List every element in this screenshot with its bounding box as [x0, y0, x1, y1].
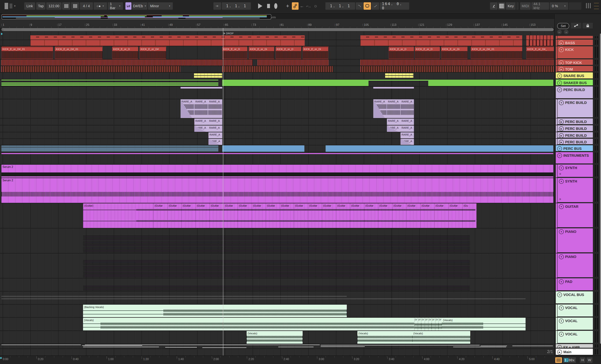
clip-tom[interactable] [1, 66, 180, 72]
midi-map-button[interactable]: MIDI [520, 2, 531, 10]
track-header-bass[interactable]: ▶BASS [558, 40, 593, 45]
clip-guitar[interactable]: (Guitar [238, 203, 252, 228]
clip-serum-ticks[interactable]: Serum 2 [1, 178, 553, 203]
audio-clip[interactable]: (Vocals) [442, 318, 526, 330]
tap-tempo-button[interactable]: Tap [36, 2, 45, 10]
clip-fx-note[interactable] [83, 347, 159, 347]
audio-clip[interactable]: (Vocals) [247, 331, 303, 344]
clip-fx-note[interactable] [321, 346, 365, 347]
clip-gray-band[interactable] [1, 298, 526, 299]
loop-toggle[interactable] [364, 2, 371, 10]
track-header-top-kick[interactable]: ▶TOP KICK [558, 59, 593, 65]
draw-mode-button[interactable]: ○ [312, 2, 319, 10]
width-zoom-button[interactable]: W [587, 357, 592, 363]
audio-clip[interactable] [258, 60, 329, 66]
audio-clip[interactable]: (Vocals) [412, 331, 470, 344]
track-header-piano[interactable]: ▼PIANO [558, 253, 593, 277]
audio-clip[interactable]: RARE_A [373, 99, 387, 118]
clip-gray-band[interactable] [1, 296, 347, 297]
groove-amount-menu[interactable]: ○●▼ [94, 2, 107, 10]
audio-clip[interactable]: KICK_E_or_Di [303, 46, 328, 59]
track-header-vocal[interactable]: ▼VOCAL [558, 304, 593, 316]
audio-clip[interactable]: KICK_E_or_D [112, 46, 138, 59]
track-lane-top-kick[interactable] [0, 60, 554, 66]
arrangement-view-toggle[interactable] [593, 2, 600, 10]
clip-blue-partial[interactable] [1, 145, 218, 152]
audio-clip[interactable]: (Backing Vocals) [83, 305, 347, 317]
track-header-vocal[interactable]: ▼VOCAL [558, 331, 593, 343]
track-lane-vocal-2[interactable]: (Vocals)(V(V(V(V(V(V(V(V(Vocals) [0, 318, 554, 331]
track-lane-vocal-1[interactable]: (Backing Vocals) [0, 305, 554, 318]
clip-blue-full[interactable] [222, 145, 304, 152]
playback-rate-field[interactable]: 1.00x [563, 357, 576, 363]
chevron-down-icon[interactable]: ▼ [559, 332, 564, 337]
clip-shaker-thin[interactable] [369, 80, 428, 81]
audio-engine-toggle[interactable] [555, 357, 562, 363]
clip-guitar[interactable]: (Guitar [378, 203, 392, 228]
track-header-piano[interactable]: ▼PIANO [558, 228, 593, 252]
clip-fx-note[interactable] [453, 347, 506, 347]
track-lane-perc-bus[interactable] [0, 145, 554, 152]
forward-arrow-button[interactable]: → [564, 30, 569, 34]
clip-guitar[interactable]: (Guitar [308, 203, 322, 228]
audio-clip[interactable]: KICK_E_or_D#_01 [55, 46, 102, 59]
track-header-perc-build[interactable]: ▶PERC BUILD [558, 132, 593, 138]
back-to-arrangement-button[interactable]: ← [299, 2, 305, 10]
chevron-down-icon[interactable]: ▼ [559, 47, 564, 52]
follow-button[interactable] [213, 2, 221, 10]
clip-vocal-tiny[interactable]: (V [421, 318, 425, 330]
group-icon[interactable]: ≡ [557, 73, 562, 78]
clip-shaker-full[interactable] [222, 80, 369, 86]
track-header-main[interactable]: ▶Main [556, 349, 593, 355]
track-header-vocal[interactable]: ▼VOCAL [558, 318, 593, 330]
clip-rare[interactable]: RARE_A [401, 139, 414, 145]
play-icon[interactable]: ▶ [559, 67, 564, 71]
height-zoom-button[interactable]: H [580, 357, 585, 363]
track-header-perc-build[interactable]: ▶PERC BUILD [558, 139, 593, 144]
chevron-down-icon[interactable]: ▼ [559, 305, 564, 310]
clip-tom[interactable] [361, 66, 554, 72]
audio-clip[interactable]: KICK_E_or_D [276, 46, 301, 59]
audio-clip[interactable] [361, 60, 554, 66]
audio-clip[interactable]: (Vocals) [83, 318, 414, 330]
punch-out-switch[interactable] [372, 2, 379, 10]
audio-clip[interactable]: RARE_A [180, 99, 194, 118]
audio-clip[interactable]: RARE_A [208, 99, 222, 118]
clip-guitar[interactable]: (Guitar [448, 203, 462, 228]
clip-fx-note[interactable] [512, 346, 553, 346]
track-header-perc-build[interactable]: ≡PERC BUILD [556, 86, 593, 98]
clip-guitar[interactable]: (Guitar [181, 203, 196, 228]
nudge-up-button[interactable] [71, 2, 79, 10]
clip-rare[interactable]: RARE_A [401, 132, 414, 138]
clip-guitar[interactable]: (Guitar [210, 203, 224, 228]
clip-fx-note[interactable] [165, 347, 197, 348]
clip-guitar[interactable]: (Gu [462, 203, 476, 228]
chevron-down-icon[interactable]: ▼ [559, 166, 564, 170]
track-header-instruments[interactable]: ≡INSTRUMENTS [556, 152, 593, 163]
clip-lav-band[interactable] [180, 87, 222, 89]
clip-guitar[interactable]: (Guitar [196, 203, 210, 228]
capture-midi-button[interactable]: + [284, 2, 291, 10]
track-header-shaker-bus[interactable]: ≡SHAKER BUS [556, 80, 593, 85]
track-header-kick[interactable]: ▼KICK [558, 46, 593, 58]
tempo-field[interactable]: 122.00 [46, 2, 61, 10]
playhead[interactable] [223, 28, 223, 356]
group-icon[interactable]: ≡ [557, 345, 562, 348]
track-lane-synth-1[interactable]: Serum 2 [0, 165, 554, 178]
clip-fx-note[interactable] [82, 345, 142, 346]
audio-clip[interactable]: RARE_A [387, 99, 401, 118]
key-scale-icon[interactable]: ♭# [125, 2, 131, 10]
clip-guitar[interactable]: (Guitar [280, 203, 294, 228]
clip-red-solid[interactable] [361, 40, 522, 46]
clip-vocal-tiny[interactable]: (V [414, 318, 418, 330]
back-arrow-button[interactable]: ← [557, 30, 562, 34]
clip-fx-note[interactable] [202, 347, 246, 348]
stop-button[interactable] [265, 2, 272, 10]
clip-red-midi[interactable] [30, 35, 305, 40]
track-header-perc-build[interactable]: ▶PERC BUILD [558, 118, 593, 124]
clip-guitar[interactable]: (Guitar [322, 203, 336, 228]
group-icon[interactable]: ≡ [557, 81, 562, 85]
clip-red-bars[interactable] [526, 40, 554, 46]
track-header-snare-bus[interactable]: ≡SNARE BUS [556, 72, 593, 79]
loop-start-field[interactable]: 1. 1. 1 [325, 2, 355, 10]
